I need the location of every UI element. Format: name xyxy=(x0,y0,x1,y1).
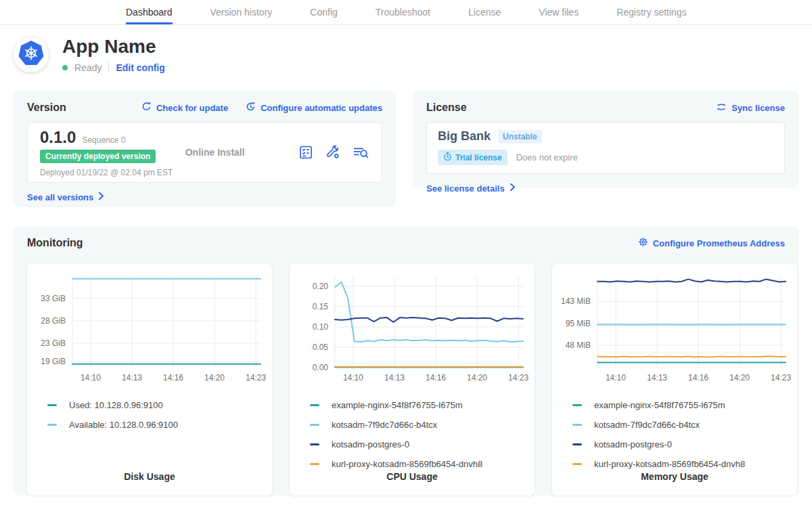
see-all-versions-link[interactable]: See all versions xyxy=(27,192,104,202)
configure-prometheus-link[interactable]: Configure Prometheus Address xyxy=(638,237,785,249)
divider xyxy=(108,62,109,73)
svg-text:14:10: 14:10 xyxy=(81,373,101,382)
chart-title: Disk Usage xyxy=(27,471,272,482)
gear-icon xyxy=(638,237,648,249)
svg-text:23 GiB: 23 GiB xyxy=(41,338,66,348)
svg-text:33 GiB: 33 GiB xyxy=(41,294,66,303)
license-expiry: Does not expire xyxy=(516,152,578,162)
tab-config[interactable]: Config xyxy=(310,0,337,24)
legend-item: example-nginx-54f8f76755-l675m xyxy=(572,395,797,415)
svg-text:14:23: 14:23 xyxy=(771,373,791,382)
series-label: kotsadm-postgres-0 xyxy=(332,439,409,449)
app-status: Ready xyxy=(74,62,102,73)
edit-config-gear-icon[interactable] xyxy=(325,144,341,160)
chevron-right-icon xyxy=(510,183,516,194)
series-swatch xyxy=(47,424,57,426)
series-swatch xyxy=(310,443,319,445)
app-title: App Name xyxy=(62,36,165,58)
license-summary-row: Big Bank Unstable Trial license Do xyxy=(426,122,785,174)
svg-text:0.15: 0.15 xyxy=(313,302,329,311)
kubernetes-icon xyxy=(18,40,45,70)
disk-usage-card: 14:1014:1314:1614:2014:2319 GiB23 GiB28 … xyxy=(27,264,272,496)
version-number: 0.1.0 xyxy=(40,128,76,147)
customer-name: Big Bank xyxy=(438,129,491,144)
see-all-versions-label: See all versions xyxy=(27,192,93,202)
cpu-usage-card: 14:1014:1314:1614:2014:230.000.050.100.1… xyxy=(290,264,535,496)
cards-row: Version Check for update xyxy=(14,91,798,207)
cpu-usage-chart: 14:1014:1314:1614:2014:230.000.050.100.1… xyxy=(290,268,535,387)
svg-text:0.00: 0.00 xyxy=(313,363,329,372)
version-card-title: Version xyxy=(27,102,66,114)
sync-license-link[interactable]: Sync license xyxy=(716,102,785,114)
legend-item: kotsadm-7f9dc7d66c-b4tcx xyxy=(572,415,797,435)
disk-usage-chart: 14:1014:1314:1614:2014:2319 GiB23 GiB28 … xyxy=(27,268,272,387)
series-swatch xyxy=(310,463,319,465)
series-swatch xyxy=(572,443,582,445)
legend-item: Available: 10.128.0.96:9100 xyxy=(47,415,272,435)
legend-item: kotsadm-7f9dc7d66c-b4tcx xyxy=(310,415,535,435)
series-swatch xyxy=(310,404,319,406)
series-swatch xyxy=(572,404,582,406)
series-label: kurl-proxy-kotsadm-8569fb6454-dnvh8 xyxy=(594,459,745,469)
license-type-badge: Trial license xyxy=(438,150,508,165)
schedule-update-icon xyxy=(246,102,256,114)
configure-auto-updates-link[interactable]: Configure automatic updates xyxy=(246,102,382,114)
series-label: kotsadm-postgres-0 xyxy=(594,439,672,449)
see-license-details-label: See license details xyxy=(426,183,505,194)
check-for-update-link[interactable]: Check for update xyxy=(141,102,228,114)
svg-text:95 MiB: 95 MiB xyxy=(566,319,591,328)
svg-text:19 GiB: 19 GiB xyxy=(41,357,66,366)
license-type-label: Trial license xyxy=(455,153,502,162)
series-swatch xyxy=(310,424,319,426)
preflight-checks-icon[interactable] xyxy=(298,144,314,160)
svg-text:14:10: 14:10 xyxy=(343,373,363,382)
refresh-icon xyxy=(141,102,152,114)
series-label: Available: 10.128.0.96:9100 xyxy=(69,420,178,430)
see-license-details-link[interactable]: See license details xyxy=(426,183,516,194)
cpu-usage-legend: example-nginx-54f8f76755-l675m kotsadm-7… xyxy=(310,395,535,474)
series-swatch xyxy=(572,463,582,465)
app-logo xyxy=(14,37,49,72)
series-label: example-nginx-54f8f76755-l675m xyxy=(332,400,463,410)
series-label: example-nginx-54f8f76755-l675m xyxy=(594,400,725,410)
svg-text:14:13: 14:13 xyxy=(122,373,142,382)
check-for-update-label: Check for update xyxy=(156,103,228,113)
configure-prometheus-label: Configure Prometheus Address xyxy=(653,238,785,248)
charts-row: 14:1014:1314:1614:2014:2319 GiB23 GiB28 … xyxy=(27,264,785,496)
svg-text:14:23: 14:23 xyxy=(508,373,528,382)
svg-text:28 GiB: 28 GiB xyxy=(41,316,66,326)
series-label: Used: 10.128.0.96:9100 xyxy=(69,400,163,410)
version-card: Version Check for update xyxy=(14,91,396,207)
svg-text:14:10: 14:10 xyxy=(606,373,626,382)
tab-registry-settings[interactable]: Registry settings xyxy=(616,0,686,24)
svg-text:48 MiB: 48 MiB xyxy=(566,341,591,350)
svg-text:14:13: 14:13 xyxy=(647,373,667,382)
license-card: License Sync license Big Bank Unstable xyxy=(413,91,798,188)
legend-item: kotsadm-postgres-0 xyxy=(572,435,797,454)
view-logs-icon[interactable] xyxy=(352,144,369,160)
tab-troubleshoot[interactable]: Troubleshoot xyxy=(376,0,430,24)
memory-usage-legend: example-nginx-54f8f76755-l675m kotsadm-7… xyxy=(572,395,797,474)
svg-text:14:20: 14:20 xyxy=(204,373,225,382)
monitoring-title: Monitoring xyxy=(27,237,83,249)
configure-auto-updates-label: Configure automatic updates xyxy=(261,103,382,113)
version-sequence: Sequence 0 xyxy=(82,135,125,145)
edit-config-link[interactable]: Edit config xyxy=(116,62,164,73)
sync-icon xyxy=(716,102,727,114)
install-type-label: Online Install xyxy=(185,147,245,158)
svg-text:143 MiB: 143 MiB xyxy=(561,297,591,306)
series-label: kotsadm-7f9dc7d66c-b4tcx xyxy=(332,420,437,430)
svg-text:14:23: 14:23 xyxy=(246,373,266,382)
deployed-timestamp: Deployed 01/19/22 @ 02:04 pm EST xyxy=(40,168,173,177)
tab-license[interactable]: License xyxy=(468,0,501,24)
legend-item: Used: 10.128.0.96:9100 xyxy=(47,395,272,415)
series-label: kotsadm-7f9dc7d66c-b4tcx xyxy=(594,420,700,430)
tab-version-history[interactable]: Version history xyxy=(210,0,273,24)
disk-usage-legend: Used: 10.128.0.96:9100 Available: 10.128… xyxy=(47,395,272,435)
memory-usage-card: 14:1014:1314:1614:2014:2348 MiB95 MiB143… xyxy=(552,264,797,496)
svg-text:14:16: 14:16 xyxy=(163,373,183,382)
tab-view-files[interactable]: View files xyxy=(539,0,579,24)
tab-dashboard[interactable]: Dashboard xyxy=(126,0,173,24)
svg-text:0.10: 0.10 xyxy=(313,322,329,332)
chevron-right-icon xyxy=(98,192,104,202)
